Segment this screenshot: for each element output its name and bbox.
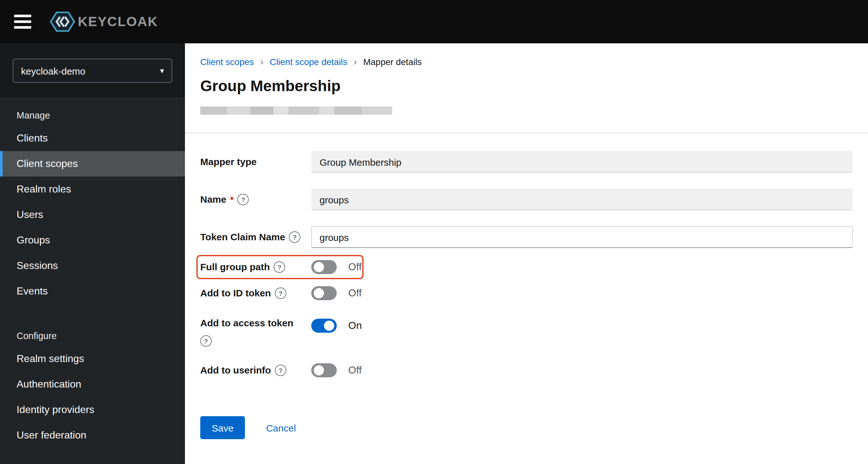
token-claim-name-label: Token Claim Name xyxy=(200,231,285,243)
mapper-form: Mapper type Name * ? Token Cla xyxy=(185,133,868,439)
add-to-id-token-toggle[interactable] xyxy=(311,286,337,300)
page-head: Client scopes › Client scope details › M… xyxy=(185,43,868,133)
sidebar-item-users[interactable]: Users xyxy=(0,202,185,228)
side-nav: Manage Clients Client scopes Realm roles… xyxy=(0,99,185,464)
breadcrumb-separator-icon: › xyxy=(354,56,357,67)
sidebar-item-user-federation[interactable]: User federation xyxy=(0,423,185,448)
mapper-type-input[interactable] xyxy=(311,151,853,173)
add-to-userinfo-toggle[interactable] xyxy=(311,363,337,377)
viewport: KEYCLOAK keycloak-demo ▾ Manage Clients … xyxy=(0,0,868,464)
token-claim-name-row: Token Claim Name ? xyxy=(200,226,853,248)
sidebar-item-events[interactable]: Events xyxy=(0,278,185,304)
add-to-id-token-label: Add to ID token xyxy=(200,287,271,300)
help-icon[interactable]: ? xyxy=(289,231,300,243)
realm-selector-value: keycloak-demo xyxy=(21,65,86,76)
brand-text: KEYCLOAK xyxy=(78,14,158,29)
add-to-access-token-toggle[interactable] xyxy=(311,319,337,333)
breadcrumb: Client scopes › Client scope details › M… xyxy=(200,56,853,67)
help-icon[interactable]: ? xyxy=(238,194,249,205)
required-indicator: * xyxy=(230,194,234,205)
sidebar-item-authentication[interactable]: Authentication xyxy=(0,372,185,397)
sidebar-item-identity-providers[interactable]: Identity providers xyxy=(0,397,185,423)
sidebar-item-sessions[interactable]: Sessions xyxy=(0,253,185,278)
add-to-id-token-row: Add to ID token ? Off xyxy=(200,286,853,300)
realm-panel: keycloak-demo ▾ xyxy=(0,43,185,99)
full-group-path-state: Off xyxy=(348,261,362,273)
full-group-path-toggle[interactable] xyxy=(311,260,337,274)
help-icon[interactable]: ? xyxy=(200,335,212,347)
breadcrumb-client-scope-details[interactable]: Client scope details xyxy=(270,57,347,67)
mapper-type-label: Mapper type xyxy=(200,156,257,168)
breadcrumb-mapper-details: Mapper details xyxy=(363,57,422,67)
redacted-text xyxy=(200,106,392,115)
full-group-path-row: Full group path ? Off xyxy=(200,260,853,274)
sidebar-item-groups[interactable]: Groups xyxy=(0,228,185,253)
nav-section-title: Configure xyxy=(0,323,185,346)
save-button[interactable]: Save xyxy=(200,416,245,439)
page-title: Group Membership xyxy=(200,76,853,96)
help-icon[interactable]: ? xyxy=(275,365,286,376)
main-content: Client scopes › Client scope details › M… xyxy=(185,43,868,464)
nav-section-configure: Configure Realm settings Authentication … xyxy=(0,323,185,448)
sidebar-item-client-scopes[interactable]: Client scopes xyxy=(0,151,185,176)
add-to-userinfo-row: Add to userinfo ? Off xyxy=(200,363,853,377)
help-icon[interactable]: ? xyxy=(275,288,286,299)
breadcrumb-client-scopes[interactable]: Client scopes xyxy=(200,57,254,67)
sidebar-item-realm-roles[interactable]: Realm roles xyxy=(0,176,185,202)
mapper-type-row: Mapper type xyxy=(200,151,853,173)
nav-section-title: Manage xyxy=(0,103,185,126)
realm-selector[interactable]: keycloak-demo ▾ xyxy=(13,59,172,83)
add-to-userinfo-state: Off xyxy=(348,365,362,376)
full-group-path-label: Full group path xyxy=(200,261,270,273)
chevron-down-icon: ▾ xyxy=(160,66,164,75)
token-claim-name-input[interactable] xyxy=(311,226,853,248)
keycloak-logo-icon xyxy=(50,11,75,33)
name-label: Name xyxy=(200,193,226,206)
name-input[interactable] xyxy=(311,189,853,210)
add-to-access-token-state: On xyxy=(348,317,362,335)
keycloak-admin-console: KEYCLOAK keycloak-demo ▾ Manage Clients … xyxy=(0,0,868,464)
hamburger-menu-icon[interactable] xyxy=(10,9,36,34)
sidebar-item-clients[interactable]: Clients xyxy=(0,126,185,151)
add-to-userinfo-label: Add to userinfo xyxy=(200,364,271,377)
form-actions: Save Cancel xyxy=(200,416,853,439)
add-to-access-token-row: Add to access token ? On xyxy=(200,317,853,345)
help-icon[interactable]: ? xyxy=(274,261,285,273)
add-to-id-token-state: Off xyxy=(348,288,362,299)
breadcrumb-separator-icon: › xyxy=(260,56,264,67)
sidebar-item-realm-settings[interactable]: Realm settings xyxy=(0,346,185,372)
name-row: Name * ? xyxy=(200,189,853,210)
add-to-access-token-label: Add to access token xyxy=(200,318,293,328)
mapper-form-section: Mapper type Name * ? Token Cla xyxy=(185,133,868,439)
brand[interactable]: KEYCLOAK xyxy=(50,11,158,33)
masthead: KEYCLOAK xyxy=(0,0,868,43)
nav-section-manage: Manage Clients Client scopes Realm roles… xyxy=(0,103,185,304)
cancel-link[interactable]: Cancel xyxy=(266,422,296,433)
sidebar: keycloak-demo ▾ Manage Clients Client sc… xyxy=(0,43,185,464)
